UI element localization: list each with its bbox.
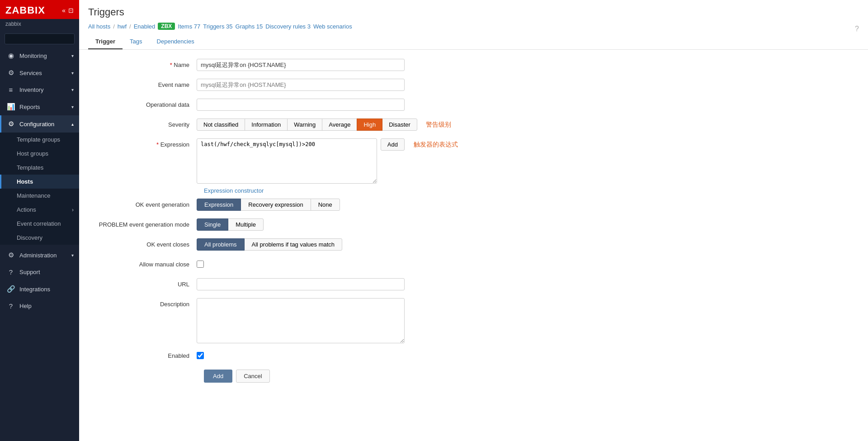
ok-event-gen-label: OK event generation [97, 199, 197, 208]
tab-bar: Trigger Tags Dependencies [88, 34, 859, 49]
expression-row: Expression last(/hwf/check_mysqlyc[mysql… [97, 138, 850, 184]
breadcrumb-triggers[interactable]: Triggers 35 [203, 23, 232, 30]
severity-hint: 警告级别 [426, 119, 451, 129]
submenu-discovery[interactable]: Discovery [0, 231, 79, 245]
problem-event-row: PROBLEM event generation mode Single Mul… [97, 218, 850, 232]
breadcrumb-graphs[interactable]: Graphs 15 [236, 23, 263, 30]
operational-data-input[interactable] [197, 99, 405, 111]
severity-row: Severity Not classified Information Warn… [97, 119, 850, 132]
url-label: URL [97, 278, 197, 288]
name-label: Name [97, 59, 197, 68]
ok-event-gen-group: Expression Recovery expression None [197, 199, 340, 211]
help-question-icon[interactable]: ? [855, 25, 859, 33]
breadcrumb-web-scenarios[interactable]: Web scenarios [313, 23, 352, 30]
event-name-input[interactable] [197, 79, 405, 91]
add-button[interactable]: Add [204, 370, 232, 383]
expression-label: Expression [97, 138, 197, 148]
form-actions: Add Cancel [204, 370, 850, 383]
sidebar-item-integrations[interactable]: 🔗 Integrations [0, 280, 79, 298]
sidebar-search-wrap [0, 31, 79, 47]
breadcrumb-hwf[interactable]: hwf [118, 23, 127, 30]
ok-event-closes-row: OK event closes All problems All problem… [97, 238, 850, 252]
submenu-template-groups[interactable]: Template groups [0, 133, 79, 147]
breadcrumb-items[interactable]: Items 77 [178, 23, 200, 30]
sev-warning[interactable]: Warning [287, 119, 322, 131]
cancel-button[interactable]: Cancel [236, 370, 269, 383]
sev-information[interactable]: Information [245, 119, 288, 131]
actions-arrow-icon: › [72, 206, 74, 213]
ok-event-recovery[interactable]: Recovery expression [241, 199, 311, 211]
ok-event-closes-group: All problems All problems if tag values … [197, 238, 342, 251]
sev-not-classified[interactable]: Not classified [197, 119, 245, 131]
expression-hint: 触发器的表达式 [414, 138, 458, 149]
sidebar-item-administration[interactable]: ⚙ Administration ▾ [0, 247, 79, 264]
submenu-maintenance[interactable]: Maintenance [0, 189, 79, 203]
severity-group: Not classified Information Warning Avera… [197, 119, 417, 131]
ok-closes-tag[interactable]: All problems if tag values match [244, 238, 343, 251]
tab-dependencies[interactable]: Dependencies [150, 34, 202, 49]
description-label: Description [97, 298, 197, 308]
zbx-badge: ZBX [158, 23, 175, 30]
sidebar-label-administration: Administration [19, 252, 57, 259]
sidebar-label-reports: Reports [19, 104, 40, 110]
operational-data-row: Operational data [97, 99, 850, 112]
expand-icon[interactable]: ⊡ [68, 7, 74, 14]
expression-input[interactable]: last(/hwf/check_mysqlyc[mysql])>200 [197, 138, 377, 184]
breadcrumb-sep1: / [113, 23, 115, 30]
logo-text: ZABBIX [5, 5, 45, 16]
form-area: Name Event name Operational data Severit… [79, 50, 868, 441]
submenu-host-groups[interactable]: Host groups [0, 147, 79, 161]
description-input[interactable] [197, 298, 405, 343]
submenu-actions[interactable]: Actions › [0, 203, 79, 217]
sidebar-item-monitoring[interactable]: ◉ Monitoring ▾ [0, 47, 79, 64]
monitoring-icon: ◉ [7, 52, 15, 60]
config-icon: ⚙ [7, 120, 15, 128]
sidebar-item-help[interactable]: ? Help [0, 298, 79, 314]
sidebar-label-integrations: Integrations [19, 286, 50, 293]
submenu-hosts[interactable]: Hosts [0, 175, 79, 189]
main-header: Triggers All hosts / hwf / Enabled ZBX I… [79, 0, 868, 50]
url-input[interactable] [197, 278, 405, 290]
sidebar-label-monitoring: Monitoring [19, 52, 47, 59]
search-input[interactable] [5, 33, 75, 44]
sidebar-item-services[interactable]: ⚙ Services ▾ [0, 64, 79, 81]
chevron-icon: ▾ [71, 71, 74, 76]
chevron-icon: ▾ [71, 104, 74, 109]
support-icon: ? [7, 268, 15, 276]
reports-icon: 📊 [7, 103, 15, 111]
breadcrumb-discovery[interactable]: Discovery rules 3 [265, 23, 311, 30]
submenu-event-correlation[interactable]: Event correlation [0, 217, 79, 231]
sidebar-item-inventory[interactable]: ≡ Inventory ▾ [0, 81, 79, 98]
sidebar-item-reports[interactable]: 📊 Reports ▾ [0, 98, 79, 115]
inventory-icon: ≡ [7, 86, 15, 94]
expression-constructor-link[interactable]: Expression constructor [204, 187, 850, 194]
allow-manual-close-checkbox[interactable] [197, 261, 204, 268]
enabled-check [197, 350, 204, 359]
operational-data-label: Operational data [97, 99, 197, 108]
sev-average[interactable]: Average [322, 119, 357, 131]
services-icon: ⚙ [7, 69, 15, 77]
sidebar-label-configuration: Configuration [19, 121, 54, 128]
ok-event-none[interactable]: None [311, 199, 340, 211]
breadcrumb-enabled[interactable]: Enabled [134, 23, 156, 30]
allow-manual-close-check [197, 258, 204, 268]
expression-add-button[interactable]: Add [381, 138, 405, 151]
ok-event-gen-row: OK event generation Expression Recovery … [97, 199, 850, 212]
sidebar-item-configuration[interactable]: ⚙ Configuration ▴ [0, 115, 79, 133]
tab-tags[interactable]: Tags [123, 34, 149, 49]
problem-multiple[interactable]: Multiple [228, 218, 264, 231]
enabled-checkbox[interactable] [197, 352, 204, 359]
sev-disaster[interactable]: Disaster [382, 119, 417, 131]
submenu-templates[interactable]: Templates [0, 161, 79, 175]
sidebar-item-support[interactable]: ? Support [0, 264, 79, 280]
ok-event-expression[interactable]: Expression [197, 199, 241, 211]
name-input[interactable] [197, 59, 405, 71]
collapse-icon[interactable]: « [62, 7, 66, 14]
tab-trigger[interactable]: Trigger [88, 34, 123, 49]
breadcrumb-all-hosts[interactable]: All hosts [88, 23, 110, 30]
sev-high[interactable]: High [357, 119, 382, 131]
logo-area: ZABBIX « ⊡ [0, 0, 79, 19]
problem-single[interactable]: Single [197, 218, 228, 231]
ok-closes-all[interactable]: All problems [197, 238, 245, 251]
sidebar-username: zabbix [0, 19, 79, 31]
